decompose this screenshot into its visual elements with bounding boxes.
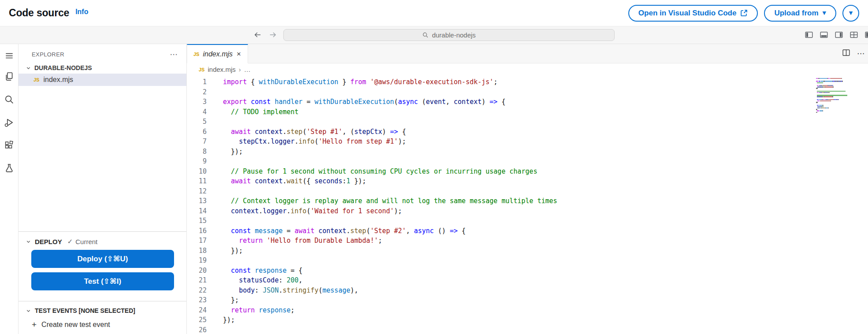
code-line[interactable]: 21 statusCode: 200,: [187, 275, 868, 286]
command-center-search[interactable]: durable-nodejs: [283, 29, 615, 41]
breadcrumb-symbol-path[interactable]: …: [244, 66, 251, 73]
code-line[interactable]: 4 // TODO implement: [187, 107, 868, 117]
code-line-text: [207, 186, 227, 197]
tree-root-durable-nodejs[interactable]: DURABLE-NODEJS: [19, 62, 186, 74]
code-line-text: export const handler = withDurableExecut…: [207, 97, 505, 107]
code-line[interactable]: 19: [187, 256, 868, 266]
run-debug-icon[interactable]: [0, 111, 19, 134]
code-line[interactable]: 24 return response;: [187, 305, 868, 315]
code-line[interactable]: 20 const response = {: [187, 266, 868, 276]
main-area: EXPLORER ⋯ DURABLE-NODEJS JS index.mjs D…: [0, 44, 868, 334]
toggle-panel-icon[interactable]: [820, 30, 828, 39]
deploy-title: DEPLOY: [35, 238, 62, 245]
code-line[interactable]: 2: [187, 87, 868, 97]
code-line-text: const message = await context.step('Step…: [207, 226, 466, 236]
extensions-icon[interactable]: [0, 134, 19, 157]
line-number: 23: [187, 295, 207, 305]
code-line[interactable]: 14 context.logger.info('Waited for 1 sec…: [187, 206, 868, 216]
minimap-line: [816, 88, 857, 89]
close-icon[interactable]: ×: [236, 50, 241, 59]
line-number: 6: [187, 127, 207, 137]
chevron-down-icon: [26, 308, 31, 314]
open-in-vscode-button[interactable]: Open in Visual Studio Code: [628, 5, 758, 22]
minimap-line: [816, 95, 857, 96]
file-item-index-mjs[interactable]: JS index.mjs: [19, 74, 186, 86]
code-line[interactable]: 23 };: [187, 295, 868, 305]
minimap-line: [816, 86, 857, 87]
deploy-button[interactable]: Deploy (⇧⌘U): [31, 250, 174, 268]
upload-from-button[interactable]: Upload from ▼: [764, 5, 836, 22]
tab-bar: JS index.mjs × ⋯: [187, 44, 868, 63]
code-line[interactable]: 8 });: [187, 147, 868, 157]
explorer-files-icon[interactable]: [0, 65, 19, 88]
code-line[interactable]: 6 await context.step('Step #1', (stepCtx…: [187, 127, 868, 137]
code-editor[interactable]: 1import { withDurableExecution } from '@…: [187, 75, 868, 334]
line-number: 2: [187, 87, 207, 97]
more-actions-button[interactable]: ▼: [842, 5, 859, 22]
code-line[interactable]: 1import { withDurableExecution } from '@…: [187, 77, 868, 87]
minimap-line: [816, 106, 857, 107]
minimap-line: [816, 89, 857, 90]
code-line[interactable]: 12: [187, 186, 868, 197]
search-icon[interactable]: [0, 88, 19, 111]
code-line[interactable]: 26: [187, 325, 868, 334]
clipped-toolbar-icon[interactable]: [864, 30, 868, 39]
code-line-text: // Context logger is replay aware and wi…: [207, 196, 557, 206]
line-number: 12: [187, 186, 207, 197]
explorer-more-button[interactable]: ⋯: [170, 52, 178, 57]
search-value: durable-nodejs: [432, 31, 475, 39]
minimap-line: [816, 103, 857, 104]
code-line[interactable]: 17 return 'Hello from Durable Lambda!';: [187, 236, 868, 246]
test-flask-icon[interactable]: [0, 157, 19, 180]
code-line[interactable]: 10 // Pause for 1 second without consumi…: [187, 167, 868, 177]
code-line[interactable]: 22 body: JSON.stringify(message),: [187, 286, 868, 296]
code-line[interactable]: 3export const handler = withDurableExecu…: [187, 97, 868, 107]
code-lines[interactable]: 1import { withDurableExecution } from '@…: [187, 75, 868, 334]
editor-more-actions-icon[interactable]: ⋯: [857, 49, 864, 58]
line-number: 9: [187, 156, 207, 167]
toggle-secondary-sidebar-icon[interactable]: [835, 30, 843, 39]
minimap[interactable]: [816, 78, 857, 115]
code-line-text: [207, 256, 227, 266]
breadcrumb-file[interactable]: index.mjs: [208, 66, 235, 73]
layout-toggle-group: [805, 30, 868, 39]
line-number: 16: [187, 226, 207, 236]
forward-arrow-button[interactable]: [269, 31, 277, 41]
tab-index-mjs[interactable]: JS index.mjs ×: [187, 44, 248, 63]
create-test-event-button[interactable]: + Create new test event: [19, 319, 186, 334]
js-file-icon: JS: [199, 67, 204, 72]
code-line-text: [207, 216, 227, 226]
code-line[interactable]: 9: [187, 156, 868, 167]
code-line[interactable]: 13 // Context logger is replay aware and…: [187, 196, 868, 206]
test-button[interactable]: Test (⇧⌘I): [31, 272, 174, 290]
toggle-primary-sidebar-icon[interactable]: [805, 30, 813, 39]
code-line[interactable]: 7 stepCtx.logger.info('Hello from step #…: [187, 137, 868, 147]
code-line[interactable]: 18 });: [187, 246, 868, 256]
code-line[interactable]: 25});: [187, 315, 868, 325]
line-number: 22: [187, 286, 207, 296]
split-editor-icon[interactable]: [842, 48, 850, 59]
minimap-line: [816, 100, 857, 101]
deploy-section-header[interactable]: DEPLOY ✓ Current: [19, 232, 186, 250]
minimap-line: [816, 93, 857, 94]
code-line[interactable]: 15: [187, 216, 868, 226]
code-line[interactable]: 11 await context.wait({ seconds:1 });: [187, 176, 868, 186]
lambda-code-source-panel: Code source Info Open in Visual Studio C…: [0, 0, 868, 334]
search-icon: [422, 32, 429, 38]
customize-layout-icon[interactable]: [849, 30, 858, 39]
back-arrow-button[interactable]: [254, 31, 262, 41]
test-events-section-header[interactable]: TEST EVENTS [NONE SELECTED]: [19, 301, 186, 319]
code-line-text: const response = {: [207, 266, 303, 276]
info-link[interactable]: Info: [75, 8, 88, 16]
code-line[interactable]: 5: [187, 117, 868, 127]
code-line-text: // TODO implement: [207, 107, 299, 117]
line-number: 4: [187, 107, 207, 117]
code-line-text: await context.wait({ seconds:1 });: [207, 176, 366, 186]
deploy-section: DEPLOY ✓ Current Deploy (⇧⌘U) Test (⇧⌘I): [19, 231, 186, 301]
minimap-line: [816, 85, 857, 86]
breadcrumb-separator: ›: [239, 66, 241, 73]
menu-icon[interactable]: [0, 46, 19, 65]
code-line[interactable]: 16 const message = await context.step('S…: [187, 226, 868, 236]
caret-down-icon: ▼: [823, 11, 826, 15]
title-wrap: Code source Info: [9, 7, 88, 19]
